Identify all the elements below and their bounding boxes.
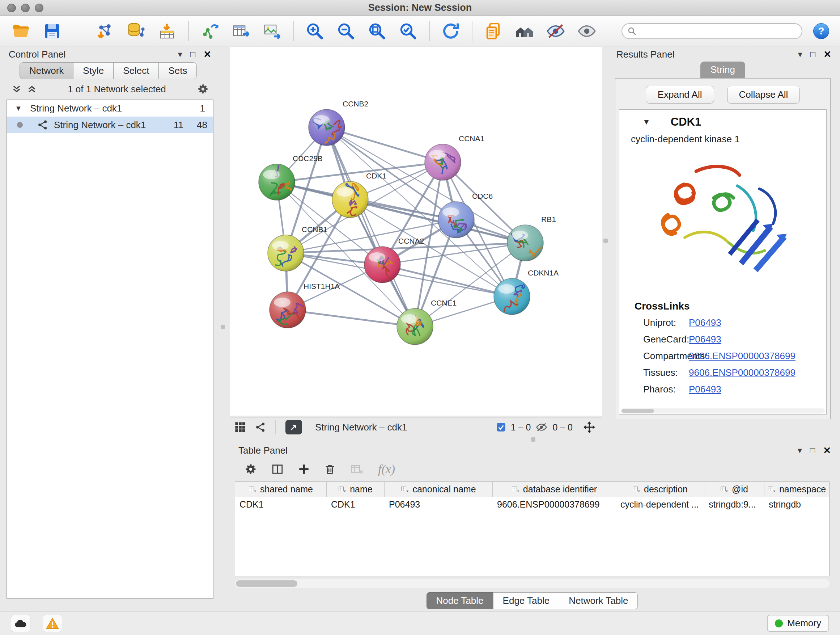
hidden-eye-slash-icon[interactable] [536, 422, 547, 432]
minimize-window-button[interactable] [21, 4, 30, 12]
selected-checkbox-icon[interactable] [496, 423, 506, 432]
collapse-all-icon[interactable] [11, 84, 22, 94]
column-header[interactable]: name [327, 482, 385, 497]
show-panels-button[interactable] [576, 21, 597, 41]
cell-id[interactable]: stringdb:9... [704, 497, 764, 512]
zoom-out-button[interactable] [336, 21, 356, 41]
panel-menu-icon[interactable]: ▾ [178, 49, 182, 59]
node-CDKN1A[interactable]: CDKN1A [494, 269, 559, 317]
tab-style[interactable]: Style [73, 62, 114, 79]
node-CCNB2[interactable]: CCNB2 [309, 100, 368, 146]
cloud-button[interactable] [11, 615, 30, 632]
panel-close-icon[interactable]: ✕ [823, 445, 831, 456]
collapse-all-button[interactable]: Collapse All [727, 86, 800, 103]
node-CDC6[interactable]: CDC6 [438, 192, 493, 238]
network-from-selection-button[interactable] [200, 21, 220, 41]
fit-content-crosshair-icon[interactable] [583, 421, 596, 434]
zoom-fit-button[interactable] [367, 21, 387, 41]
add-column-plus-icon[interactable] [298, 463, 310, 475]
cell-name[interactable]: CDK1 [327, 497, 385, 512]
close-window-button[interactable] [7, 4, 16, 12]
column-header[interactable]: database identifier [493, 482, 616, 497]
refresh-button[interactable] [441, 21, 461, 41]
horizontal-splitter-handle[interactable] [531, 437, 535, 442]
column-header[interactable]: @id [704, 482, 764, 497]
tab-sets[interactable]: Sets [158, 62, 197, 79]
crosslink-link[interactable]: P06493 [689, 334, 722, 345]
cell-description[interactable]: cyclin-dependent ... [616, 497, 704, 512]
column-header[interactable]: canonical name [385, 482, 493, 497]
panel-maximize-icon[interactable]: □ [810, 445, 815, 455]
tab-network[interactable]: Network [19, 62, 73, 79]
import-table-button[interactable] [157, 21, 177, 41]
tab-edge-table[interactable]: Edge Table [493, 592, 560, 609]
vertical-splitter-handle[interactable] [603, 239, 608, 243]
network-collection-row[interactable]: ▼ String Network – cdk1 1 [7, 100, 213, 117]
zoom-window-button[interactable] [35, 4, 43, 12]
function-builder-button[interactable]: f(x) [378, 462, 395, 476]
detach-view-button[interactable] [286, 420, 302, 434]
vertical-splitter-handle[interactable] [221, 325, 225, 329]
network-canvas[interactable]: CCNB2CCNA1CDC25BCDK1CDC6RB1CCNB1CCNA2CDK… [230, 47, 602, 416]
export-image-button[interactable] [262, 21, 282, 41]
grid-icon[interactable] [235, 422, 246, 432]
zoom-in-button[interactable] [305, 21, 325, 41]
search-input[interactable] [622, 23, 802, 39]
panel-close-icon[interactable]: ✕ [203, 49, 211, 60]
column-header[interactable]: namespace [764, 482, 829, 497]
network-row[interactable]: String Network – cdk1 11 48 [7, 117, 213, 133]
cell-namespace[interactable]: stringdb [764, 497, 829, 512]
panel-menu-icon[interactable]: ▾ [798, 49, 802, 59]
table-row[interactable]: CDK1 CDK1 P06493 9606.ENSP00000378699 cy… [235, 497, 829, 512]
expand-all-icon[interactable] [27, 84, 37, 94]
trash-icon[interactable] [324, 463, 336, 475]
zoom-selected-button[interactable] [398, 21, 418, 41]
panel-close-icon[interactable]: ✕ [823, 49, 831, 60]
node-HIST1H1A[interactable]: HIST1H1A [270, 282, 340, 328]
home-button[interactable] [515, 21, 535, 41]
crosslink-label: Tissues: [619, 367, 689, 378]
node-CCNA1[interactable]: CCNA1 [425, 134, 485, 180]
network-overview-icon[interactable] [255, 422, 266, 432]
node-RB1[interactable]: RB1 [507, 215, 556, 261]
cell-database-identifier[interactable]: 9606.ENSP00000378699 [493, 497, 616, 512]
table-settings-gear-icon[interactable] [244, 463, 257, 476]
import-network-database-button[interactable] [126, 21, 146, 41]
cell-canonical-name[interactable]: P06493 [385, 497, 493, 512]
crosslink-link[interactable]: P06493 [689, 384, 722, 395]
tree-expander-icon[interactable]: ▼ [15, 104, 22, 112]
delete-table-icon [350, 463, 364, 475]
tab-select[interactable]: Select [113, 62, 159, 79]
clipboard-button[interactable] [483, 21, 504, 41]
help-button[interactable]: ? [813, 23, 829, 39]
memory-button[interactable]: Memory [767, 615, 829, 632]
results-scrollbar[interactable] [621, 409, 825, 413]
gear-icon[interactable] [197, 83, 209, 95]
hide-panels-button[interactable] [546, 21, 566, 41]
expand-all-button[interactable]: Expand All [646, 86, 714, 103]
crosslink-link[interactable]: P06493 [689, 317, 722, 328]
import-network-file-button[interactable] [95, 21, 115, 41]
tab-string[interactable]: String [700, 62, 745, 79]
save-session-button[interactable] [42, 21, 62, 41]
crosslink-link[interactable]: 9606.ENSP00000378699 [689, 350, 796, 362]
panel-maximize-icon[interactable]: □ [190, 49, 196, 59]
table-horizontal-scrollbar[interactable] [235, 579, 829, 588]
crosslink-link[interactable]: 9606.ENSP00000378699 [689, 367, 796, 378]
edge-CCNB2-CCNE1[interactable] [327, 127, 415, 326]
tab-network-table[interactable]: Network Table [559, 592, 638, 609]
node-CCNB1[interactable]: CCNB1 [268, 225, 327, 271]
panel-menu-icon[interactable]: ▾ [798, 445, 802, 455]
columns-icon[interactable] [271, 463, 284, 476]
column-header[interactable]: description [616, 482, 704, 497]
tab-node-table[interactable]: Node Table [426, 592, 493, 609]
export-table-button[interactable] [231, 21, 251, 41]
node-CDK1[interactable]: CDK1 [332, 172, 386, 218]
column-header[interactable]: shared name [235, 482, 327, 497]
panel-maximize-icon[interactable]: □ [810, 49, 816, 59]
warnings-button[interactable] [43, 615, 62, 632]
section-collapse-icon[interactable]: ▼ [643, 117, 651, 127]
cell-shared-name[interactable]: CDK1 [235, 497, 327, 512]
open-session-button[interactable] [11, 21, 31, 41]
edge-HIST1H1A-CCNE1[interactable] [287, 310, 415, 326]
